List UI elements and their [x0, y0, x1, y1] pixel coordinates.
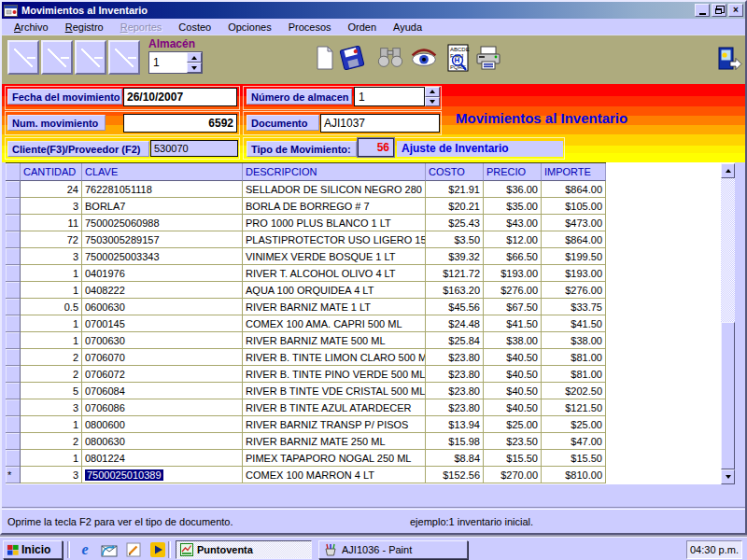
cell-descripcion[interactable]: RIVER B. TINTE LIMON CLARO 500 ML	[243, 349, 426, 366]
row-selector[interactable]	[6, 282, 21, 299]
row-selector[interactable]	[6, 349, 21, 366]
restore-button[interactable]	[712, 4, 726, 17]
num-almacen-input[interactable]: 1	[354, 87, 425, 106]
cell-descripcion[interactable]: RIVER BARNIZ TRANSP P/ PISOS	[243, 416, 426, 433]
cell-descripcion[interactable]: BORLA DE BORREGO # 7	[243, 198, 426, 215]
fecha-input[interactable]: 26/10/2007	[123, 88, 237, 106]
preview-button[interactable]	[410, 43, 438, 73]
cell-precio[interactable]: $25.00	[484, 416, 542, 433]
cell-cantidad[interactable]: 1	[21, 282, 82, 299]
row-selector[interactable]	[6, 366, 21, 383]
cell-cantidad[interactable]: 0.5	[21, 299, 82, 315]
cell-importe[interactable]: $121.50	[542, 399, 606, 416]
cell-importe[interactable]: $473.00	[542, 215, 606, 231]
cell-clave[interactable]: 0600630	[82, 299, 243, 315]
close-button[interactable]: ×	[728, 4, 743, 17]
almacen-value[interactable]: 1	[149, 52, 187, 73]
cell-costo[interactable]: $20.21	[426, 198, 484, 215]
cell-descripcion[interactable]: SELLADOR DE SILICON NEGRO 280	[243, 181, 426, 198]
cell-clave[interactable]: 7500025010389	[82, 467, 243, 483]
column-header-importe[interactable]: IMPORTE	[542, 163, 606, 181]
cell-descripcion[interactable]: RIVER BARNIZ MATE 250 ML	[243, 433, 426, 450]
menu-item-registro[interactable]: Registro	[57, 21, 112, 34]
column-header-precio[interactable]: PRECIO	[484, 163, 542, 181]
cell-importe[interactable]: $41.50	[542, 315, 606, 332]
cell-precio[interactable]: $40.50	[484, 349, 542, 366]
cell-clave[interactable]: 0700630	[82, 332, 243, 349]
cell-clave[interactable]: 0700145	[82, 315, 243, 332]
row-selector[interactable]	[6, 332, 21, 349]
cell-descripcion[interactable]: COMEX 100 MARRON 4 LT	[243, 467, 426, 483]
save-button[interactable]	[338, 43, 366, 73]
cell-cantidad[interactable]: 1	[21, 315, 82, 332]
cell-costo[interactable]: $15.98	[426, 433, 484, 450]
almacen-spin-up-button[interactable]	[187, 52, 202, 63]
nav-first-button[interactable]	[7, 40, 39, 75]
column-header-cantidad[interactable]: CANTIDAD	[21, 163, 82, 181]
cell-importe[interactable]: $193.00	[542, 265, 606, 282]
cell-costo[interactable]: $23.80	[426, 383, 484, 399]
cell-costo[interactable]: $121.72	[426, 265, 484, 282]
cell-cantidad[interactable]: 11	[21, 215, 82, 231]
text-search-button[interactable]: ABCDE F HIJ PQRS H	[444, 43, 472, 73]
cell-importe[interactable]: $864.00	[542, 181, 606, 198]
menu-item-procesos[interactable]: Procesos	[280, 21, 340, 34]
cell-cantidad[interactable]: 1	[21, 332, 82, 349]
cell-precio[interactable]: $40.50	[484, 399, 542, 416]
row-selector[interactable]	[6, 399, 21, 416]
row-selector[interactable]	[6, 198, 21, 215]
scroll-down-button[interactable]	[721, 469, 735, 484]
cell-importe[interactable]: $864.00	[542, 231, 606, 248]
cell-importe[interactable]: $276.00	[542, 282, 606, 299]
scrollbar-thumb[interactable]	[721, 322, 735, 469]
cell-importe[interactable]: $81.00	[542, 349, 606, 366]
cell-descripcion[interactable]: RIVER T. ALCOHOL OLIVO 4 LT	[243, 265, 426, 282]
row-selector[interactable]	[6, 383, 21, 399]
menu-item-ayuda[interactable]: Ayuda	[385, 21, 430, 34]
cell-costo[interactable]: $21.91	[426, 181, 484, 198]
cell-cantidad[interactable]: 3	[21, 467, 82, 483]
cell-clave[interactable]: 0401976	[82, 265, 243, 282]
cell-costo[interactable]: $3.50	[426, 231, 484, 248]
cell-clave[interactable]: 0706084	[82, 383, 243, 399]
cell-importe[interactable]: $810.00	[542, 467, 606, 483]
cell-cantidad[interactable]: 5	[21, 383, 82, 399]
column-header-costo[interactable]: COSTO	[426, 163, 484, 181]
cell-precio[interactable]: $36.00	[484, 181, 542, 198]
cell-costo[interactable]: $23.80	[426, 366, 484, 383]
num-movimiento-input[interactable]: 6592	[123, 114, 237, 133]
cell-precio[interactable]: $12.00	[484, 231, 542, 248]
quicklaunch-mail[interactable]	[99, 541, 120, 558]
cell-descripcion[interactable]: PIMEX TAPAPORO NOGAL 250 ML	[243, 450, 426, 467]
cell-costo[interactable]: $8.84	[426, 450, 484, 467]
cell-descripcion[interactable]: VINIMEX VERDE BOSQUE 1 LT	[243, 248, 426, 265]
grid-scrollbar[interactable]	[721, 163, 735, 484]
cell-precio[interactable]: $276.00	[484, 282, 542, 299]
cell-descripcion[interactable]: PLASTIPROTECTOR USO LIGERO 15	[243, 231, 426, 248]
cell-precio[interactable]: $40.50	[484, 366, 542, 383]
cell-cantidad[interactable]: 3	[21, 399, 82, 416]
exit-button[interactable]	[715, 43, 743, 73]
cell-precio[interactable]: $193.00	[484, 265, 542, 282]
num-almacen-up-button[interactable]	[425, 87, 440, 97]
row-selector[interactable]	[6, 315, 21, 332]
row-selector[interactable]: *	[6, 467, 21, 483]
cell-descripcion[interactable]: RIVER BARNIZ MATE 500 ML	[243, 332, 426, 349]
cell-descripcion[interactable]: AQUA 100 ORQUIDEA 4 LT	[243, 282, 426, 299]
cell-clave[interactable]: BORLA7	[82, 198, 243, 215]
cell-importe[interactable]: $15.50	[542, 450, 606, 467]
cell-precio[interactable]: $270.00	[484, 467, 542, 483]
cell-precio[interactable]: $43.00	[484, 215, 542, 231]
cell-clave[interactable]: 0706072	[82, 366, 243, 383]
cell-clave[interactable]: 0800630	[82, 433, 243, 450]
row-selector[interactable]	[6, 248, 21, 265]
cell-cantidad[interactable]: 1	[21, 416, 82, 433]
cell-clave[interactable]: 7503005289157	[82, 231, 243, 248]
cell-costo[interactable]: $23.80	[426, 399, 484, 416]
cell-cantidad[interactable]: 24	[21, 181, 82, 198]
cell-costo[interactable]: $23.80	[426, 349, 484, 366]
cell-descripcion[interactable]: RIVER BARNIZ MATE 1 LT	[243, 299, 426, 315]
task-button-paint[interactable]: AJI1036 - Paint	[318, 540, 468, 559]
num-almacen-down-button[interactable]	[425, 97, 440, 107]
cell-clave[interactable]: 0706070	[82, 349, 243, 366]
